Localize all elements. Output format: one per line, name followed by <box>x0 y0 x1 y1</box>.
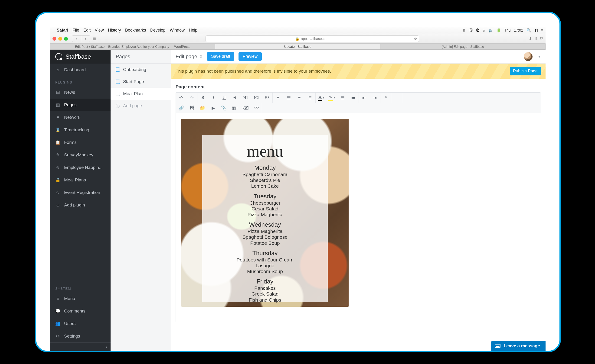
back-button[interactable]: ‹ <box>72 35 81 42</box>
main-content: Edit page ⚙ Save draft Preview ▼ This pl… <box>171 50 545 351</box>
sidebar-item-eventreg[interactable]: ◇Event Registration <box>50 186 111 199</box>
h3-button[interactable]: H3 <box>262 93 272 103</box>
save-draft-button[interactable]: Save draft <box>207 52 234 61</box>
safari-tab-2[interactable]: [Admin] Edit page - Staffbase <box>380 44 545 49</box>
bold-button[interactable]: B <box>197 93 208 103</box>
dropbox-icon[interactable]: ⇅ <box>463 28 466 33</box>
user-avatar[interactable] <box>524 52 532 61</box>
redo-button[interactable]: ↷ <box>186 93 197 103</box>
page-settings-icon[interactable]: ⚙ <box>199 54 203 59</box>
align-center-button[interactable]: ☰ <box>283 93 294 103</box>
address-bar[interactable]: 🔒 app.staffbase.com ⟳ <box>205 35 419 42</box>
editor-canvas[interactable]: menu MondaySpaghetti CarbonaraSheperd's … <box>176 113 541 322</box>
sidebar-item-users[interactable]: 👥Users <box>50 317 111 330</box>
menubar-time[interactable]: 17:02 <box>514 28 523 33</box>
page-item-add[interactable]: +Add page <box>111 100 171 112</box>
spotlight-icon[interactable]: 🔍 <box>526 28 531 33</box>
download-icon[interactable]: ⬇ <box>529 36 532 41</box>
sidebar-item-timetracking[interactable]: ⌛Timetracking <box>50 124 111 136</box>
number-list-button[interactable]: ≔ <box>348 93 359 103</box>
sidebar-collapse-button[interactable]: ‹ <box>50 343 111 351</box>
sidebar-item-news[interactable]: ▤News <box>50 86 111 99</box>
power-icon[interactable]: ⏻ <box>476 28 480 33</box>
envelope-icon <box>495 344 501 348</box>
page-item-onboarding[interactable]: Onboarding <box>111 64 171 76</box>
italic-button[interactable]: I <box>208 93 219 103</box>
battery-icon[interactable]: 🔋 <box>496 28 501 33</box>
publish-page-button[interactable]: Publish Page <box>510 67 541 76</box>
mac-menu-window[interactable]: Window <box>170 28 185 33</box>
menu-day: Friday <box>205 278 325 285</box>
mac-menu-develop[interactable]: Develop <box>150 28 166 33</box>
skype-icon[interactable]: Ⓢ <box>469 28 473 33</box>
attach-button[interactable]: 📎 <box>219 103 229 113</box>
section-title: Page content <box>176 84 541 89</box>
sidebar-item-addplugin[interactable]: ⊕Add plugin <box>50 199 111 211</box>
preview-button[interactable]: Preview <box>239 52 262 61</box>
h2-button[interactable]: H2 <box>251 93 262 103</box>
text-color-button[interactable]: A▾ <box>316 93 326 103</box>
mac-menu-view[interactable]: View <box>95 28 104 33</box>
sidebar-item-comments[interactable]: 💬Comments <box>50 305 111 317</box>
mac-menu-history[interactable]: History <box>108 28 121 33</box>
clear-format-button[interactable]: ⌫ <box>240 103 251 113</box>
code-view-button[interactable]: </> <box>251 103 262 113</box>
link-button[interactable]: 🔗 <box>176 103 186 113</box>
page-item-label: Meal Plan <box>123 91 143 96</box>
hr-button[interactable]: — <box>391 93 402 103</box>
sidebar-item-menu[interactable]: ≡Menu <box>50 292 111 305</box>
menubar-day[interactable]: Thu <box>504 28 511 33</box>
chat-widget[interactable]: Leave a message <box>491 341 545 351</box>
minimize-window-button[interactable] <box>58 37 62 41</box>
sidebar-item-mealplans[interactable]: 🔒Meal Plans <box>50 174 111 186</box>
video-button[interactable]: ▶ <box>208 103 219 113</box>
page-item-mealplan[interactable]: Meal Plan <box>111 88 171 100</box>
mac-menu-edit[interactable]: Edit <box>83 28 91 33</box>
sidebar-item-network[interactable]: ⚘Network <box>50 111 111 124</box>
h1-button[interactable]: H1 <box>240 93 251 103</box>
sidebar-item-surveymonkey[interactable]: ✎SurveyMonkey <box>50 149 111 161</box>
maximize-window-button[interactable] <box>64 37 68 41</box>
user-menu-caret-icon[interactable]: ▼ <box>538 55 541 58</box>
bullet-list-button[interactable]: ☰ <box>337 93 348 103</box>
control-center-icon[interactable]: ◧ <box>534 28 538 33</box>
wifi-icon[interactable]: ⏚ <box>483 28 485 33</box>
volume-icon[interactable]: 🔈 <box>489 28 493 33</box>
menu-dish: Mushroom Soup <box>205 268 325 274</box>
sidebar-item-dashboard[interactable]: ⌂ Dashboard <box>50 64 111 76</box>
undo-button[interactable]: ↶ <box>176 93 186 103</box>
brand[interactable]: Staffbase <box>50 50 111 64</box>
page-item-startpage[interactable]: Start Page <box>111 76 171 88</box>
quote-button[interactable]: ❝ <box>380 93 391 103</box>
underline-button[interactable]: U <box>219 93 229 103</box>
sidebar-item-settings[interactable]: ⚙Settings <box>50 330 111 343</box>
align-left-button[interactable]: ≡ <box>273 93 283 103</box>
sidebar-toggle-icon[interactable]: ▦ <box>92 36 96 41</box>
menu-dish: Potatoe Soup <box>205 240 325 246</box>
notification-icon[interactable]: ≡ <box>541 28 543 33</box>
tabs-overview-icon[interactable]: ⧉ <box>540 36 543 41</box>
image-button[interactable]: 🖼 <box>186 103 197 113</box>
sidebar-item-pages[interactable]: ▥Pages <box>50 99 111 111</box>
highlight-button[interactable]: ✎▾ <box>326 93 337 103</box>
indent-button[interactable]: ⇥ <box>369 93 380 103</box>
safari-tab-1[interactable]: Update - Staffbase <box>215 44 380 49</box>
mac-menu-file[interactable]: File <box>72 28 79 33</box>
mac-menu-bookmarks[interactable]: Bookmarks <box>125 28 146 33</box>
safari-tab-0[interactable]: Edit Post ‹ Staffbase – Branded Employee… <box>50 44 215 49</box>
outdent-button[interactable]: ⇤ <box>359 93 369 103</box>
sidebar-item-forms[interactable]: 📋Forms <box>50 136 111 149</box>
share-icon[interactable]: ⇧ <box>534 36 538 41</box>
table-button[interactable]: ▦▾ <box>229 103 240 113</box>
close-window-button[interactable] <box>52 37 56 41</box>
sidebar-header-system: SYSTEM <box>50 282 111 292</box>
strike-button[interactable]: S <box>229 93 240 103</box>
mac-app-name[interactable]: Safari <box>57 28 68 33</box>
forward-button[interactable]: › <box>81 35 90 42</box>
reload-icon[interactable]: ⟳ <box>414 37 417 41</box>
align-right-button[interactable]: ≡ <box>294 93 305 103</box>
sidebar-item-happiness[interactable]: ☺Employee Happin... <box>50 161 111 174</box>
file-button[interactable]: 📁 <box>197 103 208 113</box>
align-justify-button[interactable]: ≣ <box>305 93 315 103</box>
mac-menu-help[interactable]: Help <box>189 28 197 33</box>
